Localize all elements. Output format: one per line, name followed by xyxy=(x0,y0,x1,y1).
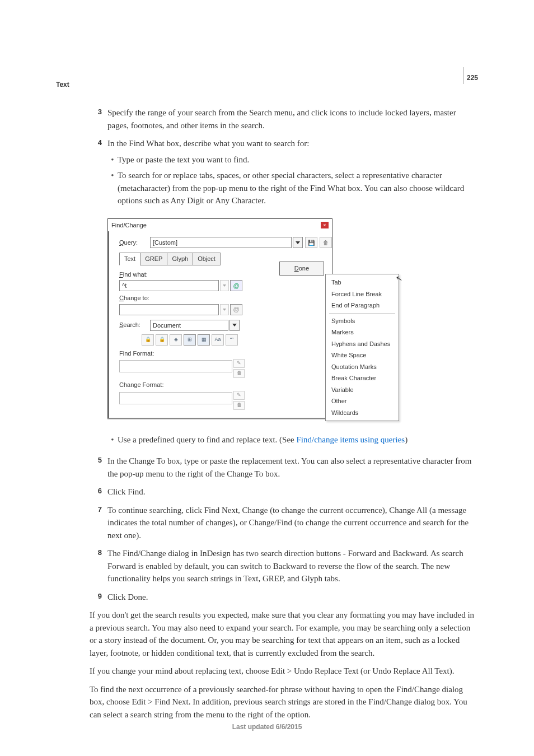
find-what-special-icon[interactable]: @ xyxy=(230,280,242,291)
menu-item-variable[interactable]: Variable xyxy=(326,384,399,396)
menu-item-markers[interactable]: Markers xyxy=(326,326,399,338)
menu-item-symbols[interactable]: Symbols xyxy=(326,315,399,327)
toggle-master-pages-icon[interactable]: ⊞ xyxy=(184,334,196,346)
tab-glyph[interactable]: Glyph xyxy=(167,253,193,265)
query-field[interactable]: [Custom] xyxy=(150,237,292,248)
step-body: Click Done. xyxy=(107,591,478,604)
paragraph: If you change your mind about replacing … xyxy=(90,665,478,678)
menu-item-white-space[interactable]: White Space xyxy=(326,349,399,361)
paragraph: To find the next occurrence of a previou… xyxy=(90,683,478,721)
tab-text[interactable]: Text xyxy=(119,253,140,265)
find-what-history-icon[interactable] xyxy=(220,280,229,291)
bullet-text: Use a predefined query to find and repla… xyxy=(118,433,478,446)
save-query-icon[interactable]: 💾 xyxy=(305,237,317,248)
done-button[interactable]: Done xyxy=(279,262,324,276)
step-body: Click Find. xyxy=(107,486,478,498)
toggle-hidden-layers-icon[interactable]: ◈ xyxy=(170,334,182,346)
toggle-case-sensitive-icon[interactable]: Aa xyxy=(212,334,224,346)
menu-separator xyxy=(329,313,395,314)
delete-query-icon[interactable]: 🗑 xyxy=(320,237,332,248)
dialog-title: Find/Change xyxy=(111,221,147,230)
change-to-special-icon[interactable]: @ xyxy=(230,304,242,315)
menu-item-end-of-paragraph[interactable]: End of Paragraph xyxy=(326,300,399,311)
toggle-whole-word-icon[interactable]: “” xyxy=(226,334,238,346)
cursor-icon: ↖ xyxy=(395,272,403,285)
menu-item-hyphens-and-dashes[interactable]: Hyphens and Dashes xyxy=(326,338,399,350)
toggle-footnotes-icon[interactable]: ▦ xyxy=(198,334,210,346)
special-characters-menu: Tab Forced Line Break End of Paragraph S… xyxy=(325,274,399,421)
step-lead: In the Find What box, describe what you … xyxy=(107,137,478,150)
step-body: Specify the range of your search from th… xyxy=(107,106,478,132)
close-icon[interactable]: × xyxy=(321,222,329,228)
specify-find-format-icon[interactable]: ✎ xyxy=(233,359,245,368)
search-scope-dropdown-icon[interactable] xyxy=(229,320,240,331)
find-change-dialog: Find/Change × Query: [Custom] 💾 🗑 Text G… xyxy=(107,218,332,419)
specify-change-format-icon[interactable]: ✎ xyxy=(233,391,245,400)
step-7: 7 To continue searching, click Find Next… xyxy=(90,504,478,542)
menu-item-tab[interactable]: Tab xyxy=(326,277,399,288)
page-number: 225 xyxy=(463,67,478,84)
step-number: 4 xyxy=(90,137,107,211)
step-number: 5 xyxy=(90,455,107,480)
query-dropdown-icon[interactable] xyxy=(293,237,303,248)
step-6: 6 Click Find. xyxy=(90,486,478,498)
step-number: 6 xyxy=(90,486,107,498)
menu-item-break-character[interactable]: Break Character xyxy=(326,372,399,384)
step-4-continued: • Use a predefined query to find and rep… xyxy=(90,430,478,450)
step-3: 3 Specify the range of your search from … xyxy=(90,106,478,132)
clear-find-format-icon[interactable]: 🗑 xyxy=(233,369,245,378)
step-5: 5 In the Change To box, type or paste th… xyxy=(90,455,478,480)
search-scope-field[interactable]: Document xyxy=(150,320,228,331)
step-number: 8 xyxy=(90,547,107,585)
change-format-box[interactable] xyxy=(119,392,232,404)
query-label: Query: xyxy=(119,238,150,248)
step-number: 9 xyxy=(90,591,107,604)
section-label: Text xyxy=(56,80,69,90)
menu-item-wildcards[interactable]: Wildcards xyxy=(326,407,399,419)
change-to-input[interactable] xyxy=(119,304,219,315)
bullet-text: Type or paste the text you want to find. xyxy=(118,153,478,166)
find-format-box[interactable] xyxy=(119,360,232,372)
step-8: 8 The Find/Change dialog in InDesign has… xyxy=(90,547,478,585)
link-find-change-queries[interactable]: Find/change items using queries xyxy=(296,435,405,444)
toggle-locked-layers-icon[interactable]: 🔒 xyxy=(142,334,154,346)
menu-item-forced-line-break[interactable]: Forced Line Break xyxy=(326,288,399,300)
search-label: Search: xyxy=(119,320,150,330)
last-updated-footer: Last updated 6/6/2015 xyxy=(0,722,534,732)
change-to-label: Change to: xyxy=(119,293,332,303)
change-to-history-icon[interactable] xyxy=(220,304,229,315)
tab-grep[interactable]: GREP xyxy=(140,253,167,265)
bullet-dot: • xyxy=(107,433,118,446)
find-what-input[interactable]: ^t xyxy=(119,280,219,291)
menu-item-quotation-marks[interactable]: Quotation Marks xyxy=(326,361,399,373)
step-9: 9 Click Done. xyxy=(90,591,478,604)
bullet-dot: • xyxy=(107,153,118,166)
bullet-text: To search for or replace tabs, spaces, o… xyxy=(118,169,478,207)
toggle-locked-stories-icon[interactable]: 🔒 xyxy=(156,334,168,346)
step-body: To continue searching, click Find Next, … xyxy=(107,504,478,542)
paragraph: If you don't get the search results you … xyxy=(90,609,478,659)
find-format-label: Find Format: xyxy=(119,349,332,358)
change-format-label: Change Format: xyxy=(119,380,332,390)
step-number: 3 xyxy=(90,106,107,132)
step-4: 4 In the Find What box, describe what yo… xyxy=(90,137,478,211)
tab-object[interactable]: Object xyxy=(193,253,221,265)
menu-item-other[interactable]: Other xyxy=(326,395,399,407)
step-body: The Find/Change dialog in InDesign has t… xyxy=(107,547,478,585)
search-option-toggles: 🔒 🔒 ◈ ⊞ ▦ Aa “” xyxy=(142,334,332,346)
step-number: 7 xyxy=(90,504,107,542)
clear-change-format-icon[interactable]: 🗑 xyxy=(233,401,245,410)
bullet-dot: • xyxy=(107,169,118,207)
step-body: In the Change To box, type or paste the … xyxy=(107,455,478,480)
